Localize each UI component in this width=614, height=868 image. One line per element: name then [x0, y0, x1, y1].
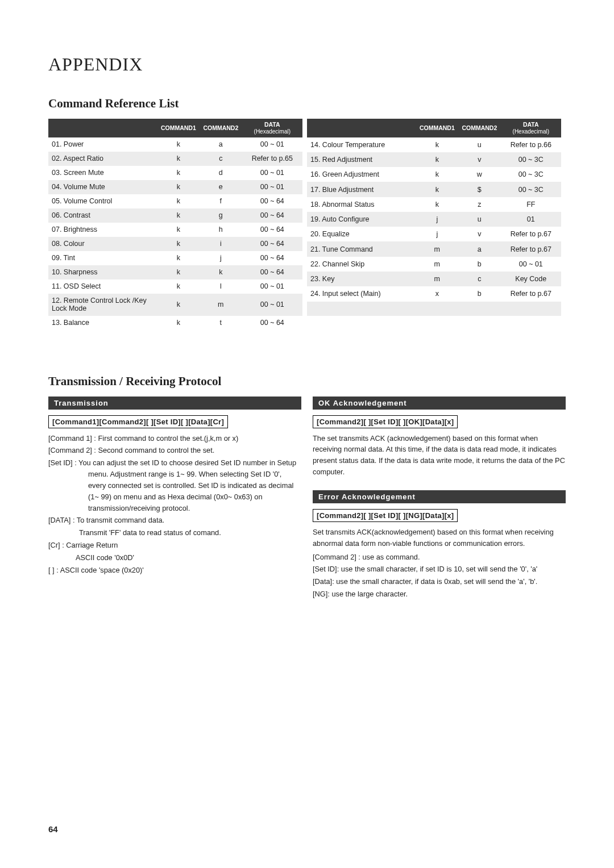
- cell-command2: g: [200, 208, 242, 223]
- cell-command1: j: [416, 227, 459, 241]
- table-row: 12. Remote Control Lock /Key Lock Modekm…: [48, 294, 302, 316]
- cell-command2: v: [458, 227, 501, 241]
- cell-data: 00 ~ 64: [242, 251, 302, 265]
- cell-command1: k: [416, 137, 459, 152]
- text-line: [Command 2] : use as command.: [313, 552, 566, 563]
- table-row: 09. Tintkj00 ~ 64: [48, 251, 302, 265]
- text-line: [Command 1] : First command to control t…: [48, 433, 301, 444]
- cell-command2: u: [458, 212, 501, 227]
- transmission-body: [Command 1] : First command to control t…: [48, 433, 301, 576]
- command-tables: COMMAND1 COMMAND2 DATA(Hexadecimal) 01. …: [48, 119, 566, 330]
- text-line: [Cr] : Carriage Return: [48, 540, 301, 551]
- format-err: [Command2][ ][Set ID][ ][NG][Data][x]: [313, 509, 458, 522]
- text-line: [Data]: use the small character, if data…: [313, 576, 566, 587]
- protocol-left-column: Transmission [Command1][Command2][ ][Set…: [48, 397, 301, 601]
- cell-name: 24. Input select (Main): [307, 286, 416, 301]
- cell-command1: k: [416, 182, 459, 197]
- cell-command2: h: [200, 223, 242, 237]
- cell-command1: k: [157, 251, 200, 265]
- cell-data: Refer to p.67: [501, 227, 561, 241]
- bar-error-ack: Error Acknowledgement: [313, 490, 566, 503]
- cell-data: Refer to p.66: [501, 137, 561, 152]
- bar-transmission: Transmission: [48, 397, 301, 410]
- cell-data: 00 ~ 01: [242, 137, 302, 152]
- cell-data: 00 ~ 64: [242, 194, 302, 208]
- cell-command2: m: [200, 294, 242, 316]
- cell-data: 00 ~ 3C: [501, 182, 561, 197]
- col-command2: COMMAND2: [200, 119, 242, 137]
- table-row: 10. Sharpnesskk00 ~ 64: [48, 265, 302, 279]
- col-command1: COMMAND1: [416, 119, 459, 137]
- cell-command2: b: [458, 286, 501, 301]
- table-row: 24. Input select (Main)xbRefer to p.67: [307, 286, 561, 301]
- cell-command1: j: [416, 212, 459, 227]
- cell-name: 06. Contrast: [48, 208, 157, 223]
- cell-name: 02. Aspect Ratio: [48, 152, 157, 166]
- cell-data: Refer to p.65: [242, 152, 302, 166]
- cell-command1: m: [416, 241, 459, 256]
- cell-command1: x: [416, 286, 459, 301]
- text-line: Transmit 'FF' data to read status of com…: [48, 527, 301, 539]
- cell-command2: a: [458, 241, 501, 256]
- cell-command1: k: [157, 316, 200, 330]
- cell-name: 18. Abnormal Status: [307, 197, 416, 212]
- page-number: 64: [48, 824, 58, 834]
- cell-command2: v: [458, 152, 501, 167]
- table-row: 11. OSD Selectkl00 ~ 01: [48, 279, 302, 294]
- section-protocol: Transmission / Receiving Protocol: [48, 374, 566, 389]
- table-row: 14. Colour TemperaturekuRefer to p.66: [307, 137, 561, 152]
- cell-name: 01. Power: [48, 137, 157, 152]
- table-row: [307, 316, 561, 330]
- format-ok: [Command2][ ][Set ID][ ][OK][Data][x]: [313, 415, 458, 428]
- cell-command1: k: [157, 208, 200, 223]
- cell-command2: u: [458, 137, 501, 152]
- cell-command1: m: [416, 272, 459, 286]
- cell-name: 04. Volume Mute: [48, 180, 157, 194]
- table-row: 16. Green Adjustmentkw00 ~ 3C: [307, 167, 561, 182]
- col-command2: COMMAND2: [458, 119, 501, 137]
- protocol-right-column: OK Acknowledgement [Command2][ ][Set ID]…: [313, 397, 566, 601]
- cell-command2: i: [200, 237, 242, 251]
- cell-data: Refer to p.67: [501, 286, 561, 301]
- cell-data: 00 ~ 01: [242, 294, 302, 316]
- cell-command1: k: [157, 152, 200, 166]
- text-line: [Set ID] : You can adjust the set ID to …: [48, 457, 301, 514]
- cell-name: 08. Colour: [48, 237, 157, 251]
- cell-name: 03. Screen Mute: [48, 166, 157, 180]
- table-row: [307, 302, 561, 316]
- table-row: 19. Auto Configureju01: [307, 212, 561, 227]
- cell-data: 00 ~ 01: [242, 279, 302, 294]
- cell-command2: b: [458, 257, 501, 272]
- cell-data: 00 ~ 01: [501, 257, 561, 272]
- ok-body: The set transmits ACK (acknowledgement) …: [313, 433, 566, 478]
- table-row: 03. Screen Mutekd00 ~ 01: [48, 166, 302, 180]
- protocol-columns: Transmission [Command1][Command2][ ][Set…: [48, 397, 566, 601]
- cell-command1: k: [416, 152, 459, 167]
- text-line: [NG]: use the large character.: [313, 589, 566, 600]
- table-row: 04. Volume Muteke00 ~ 01: [48, 180, 302, 194]
- cell-name: 12. Remote Control Lock /Key Lock Mode: [48, 294, 157, 316]
- cell-command1: k: [157, 265, 200, 279]
- cell-command1: k: [157, 180, 200, 194]
- cell-command2: c: [458, 272, 501, 286]
- cell-name: 07. Brightness: [48, 223, 157, 237]
- table-row: 08. Colourki00 ~ 64: [48, 237, 302, 251]
- cell-data: 00 ~ 01: [242, 166, 302, 180]
- cell-data: 00 ~ 3C: [501, 167, 561, 182]
- cell-command2: d: [200, 166, 242, 180]
- cell-command2: t: [200, 316, 242, 330]
- cell-data: 00 ~ 64: [242, 316, 302, 330]
- cell-data: FF: [501, 197, 561, 212]
- cell-command1: k: [157, 237, 200, 251]
- cell-name: 13. Balance: [48, 316, 157, 330]
- cell-command2: l: [200, 279, 242, 294]
- cell-command1: k: [157, 223, 200, 237]
- cell-name: 09. Tint: [48, 251, 157, 265]
- text-line: [Set ID]: use the small character, if se…: [313, 564, 566, 575]
- cell-name: 05. Volume Control: [48, 194, 157, 208]
- command-table-right: COMMAND1 COMMAND2 DATA(Hexadecimal) 14. …: [307, 119, 561, 330]
- cell-command2: c: [200, 152, 242, 166]
- table-row: 20. EqualizejvRefer to p.67: [307, 227, 561, 241]
- cell-data: 00 ~ 3C: [501, 152, 561, 167]
- text-line: [ ] : ASCII code 'space (0x20)': [48, 565, 301, 576]
